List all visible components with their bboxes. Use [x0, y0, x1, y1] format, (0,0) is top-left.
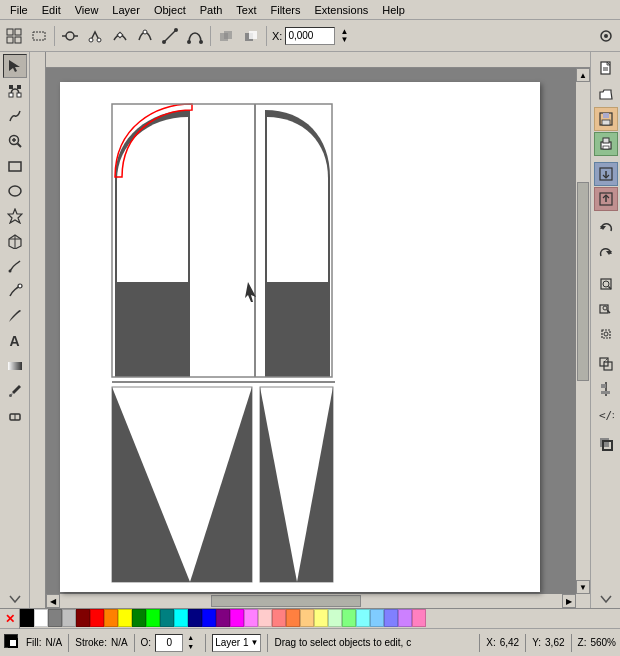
scroll-left-btn[interactable]: ◀ — [46, 594, 60, 608]
palette-color-80ccff[interactable] — [370, 609, 384, 627]
opacity-spinner[interactable]: ▲ ▼ — [187, 634, 199, 651]
export-btn[interactable] — [594, 187, 618, 211]
palette-color-ccffcc[interactable] — [328, 609, 342, 627]
palette-color-cc80ff[interactable] — [398, 609, 412, 627]
palette-color-008000[interactable] — [132, 609, 146, 627]
menu-filters[interactable]: Filters — [265, 3, 307, 17]
triangle-bl-left[interactable] — [112, 387, 190, 582]
palette-color-ff00ff[interactable] — [230, 609, 244, 627]
palette-color-ffcccc[interactable] — [258, 609, 272, 627]
transform-btn[interactable] — [594, 352, 618, 376]
scroll-thumb-h[interactable] — [211, 595, 362, 607]
triangle-br-left[interactable] — [260, 387, 297, 582]
scrollbar-vertical[interactable]: ▲ ▼ — [576, 68, 590, 594]
tool-rect[interactable] — [3, 154, 27, 178]
palette-color-0000ff[interactable] — [202, 609, 216, 627]
tool-rubber-band[interactable] — [27, 24, 51, 48]
palette-color-ffff80[interactable] — [314, 609, 328, 627]
palette-color-ff0000[interactable] — [90, 609, 104, 627]
palette-color-ff8040[interactable] — [286, 609, 300, 627]
palette-color-ffcc80[interactable] — [300, 609, 314, 627]
x-coord-input[interactable] — [285, 27, 335, 45]
palette-color-008080[interactable] — [160, 609, 174, 627]
palette-color-00ff00[interactable] — [146, 609, 160, 627]
tool-dropper[interactable] — [3, 379, 27, 403]
tool-zoom[interactable] — [3, 129, 27, 153]
scroll-thumb-v[interactable] — [577, 182, 589, 381]
opacity-input[interactable] — [155, 634, 183, 652]
fill-stroke-btn[interactable] — [594, 432, 618, 456]
palette-color-80ff80[interactable] — [342, 609, 356, 627]
tool-3dbox[interactable] — [3, 229, 27, 253]
palette-color-00ffff[interactable] — [174, 609, 188, 627]
tool-segment-line[interactable] — [158, 24, 182, 48]
menu-view[interactable]: View — [69, 3, 105, 17]
open-document-btn[interactable] — [594, 82, 618, 106]
tool-select-all[interactable] — [2, 24, 26, 48]
palette-color-800080[interactable] — [216, 609, 230, 627]
drawing-area[interactable] — [60, 82, 540, 592]
x-coord-spinner[interactable]: ▲ ▼ — [336, 24, 352, 48]
scroll-down-btn[interactable]: ▼ — [576, 580, 590, 594]
tool-calligraphy[interactable] — [3, 304, 27, 328]
new-document-btn[interactable] — [594, 57, 618, 81]
palette-color-000000[interactable] — [20, 609, 34, 627]
tool-node-join[interactable] — [58, 24, 82, 48]
tool-gradient[interactable] — [3, 354, 27, 378]
triangle-bl-right[interactable] — [190, 387, 252, 582]
palette-color-ffff00[interactable] — [118, 609, 132, 627]
toolbox-expand[interactable] — [3, 592, 27, 606]
layer-selector[interactable]: Layer 1 ▼ — [212, 634, 261, 652]
snap-enable-btn[interactable] — [594, 24, 618, 48]
no-color-btn[interactable]: ✕ — [0, 609, 20, 629]
right-panel-expand[interactable] — [594, 592, 618, 606]
palette-color-800000[interactable] — [76, 609, 90, 627]
tool-ellipse[interactable] — [3, 179, 27, 203]
save-document-btn[interactable] — [594, 107, 618, 131]
palette-color-80ffff[interactable] — [356, 609, 370, 627]
scrollbar-horizontal[interactable]: ◀ ▶ — [46, 594, 576, 608]
print-btn[interactable] — [594, 132, 618, 156]
palette-color-ffffff[interactable] — [34, 609, 48, 627]
redo-btn[interactable] — [594, 242, 618, 266]
menu-path[interactable]: Path — [194, 3, 229, 17]
zoom-fit-sel-btn[interactable] — [594, 322, 618, 346]
palette-color-ff8080[interactable] — [272, 609, 286, 627]
tool-node-smooth[interactable] — [133, 24, 157, 48]
palette-color-ff80c0[interactable] — [412, 609, 426, 627]
menu-layer[interactable]: Layer — [106, 3, 146, 17]
menu-file[interactable]: File — [4, 3, 34, 17]
menu-extensions[interactable]: Extensions — [308, 3, 374, 17]
tool-tweak[interactable] — [3, 104, 27, 128]
tool-segment-curve[interactable] — [183, 24, 207, 48]
palette-color-000080[interactable] — [188, 609, 202, 627]
palette-color-808080[interactable] — [48, 609, 62, 627]
menu-object[interactable]: Object — [148, 3, 192, 17]
palette-color-ff8000[interactable] — [104, 609, 118, 627]
undo-btn[interactable] — [594, 217, 618, 241]
zoom-fit-drawing-btn[interactable] — [594, 297, 618, 321]
menu-text[interactable]: Text — [230, 3, 262, 17]
tool-pen[interactable] — [3, 279, 27, 303]
tool-path-diff[interactable] — [239, 24, 263, 48]
tool-selector[interactable] — [3, 54, 27, 78]
import-btn[interactable] — [594, 162, 618, 186]
scroll-up-btn[interactable]: ▲ — [576, 68, 590, 82]
tool-pencil[interactable] — [3, 254, 27, 278]
palette-color-ff80ff[interactable] — [244, 609, 258, 627]
scroll-right-btn[interactable]: ▶ — [562, 594, 576, 608]
zoom-fit-page-btn[interactable] — [594, 272, 618, 296]
tool-eraser[interactable] — [3, 404, 27, 428]
tool-text[interactable]: A — [3, 329, 27, 353]
tool-node-editor[interactable] — [3, 79, 27, 103]
triangle-br-right[interactable] — [297, 387, 333, 582]
menu-help[interactable]: Help — [376, 3, 411, 17]
xml-editor-btn[interactable]: </> — [594, 402, 618, 426]
tool-node-cusp[interactable] — [108, 24, 132, 48]
menu-edit[interactable]: Edit — [36, 3, 67, 17]
align-btn[interactable] — [594, 377, 618, 401]
tool-star[interactable] — [3, 204, 27, 228]
palette-color-c0c0c0[interactable] — [62, 609, 76, 627]
tool-path-union[interactable] — [214, 24, 238, 48]
palette-color-8080ff[interactable] — [384, 609, 398, 627]
